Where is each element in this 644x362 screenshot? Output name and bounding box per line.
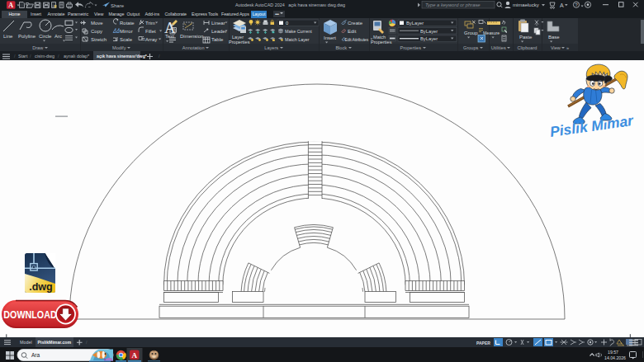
svg-text:Table: Table <box>211 37 224 42</box>
svg-text:Arc: Arc <box>54 34 62 39</box>
svg-text:Match Layer: Match Layer <box>285 37 310 42</box>
svg-text:Mirror: Mirror <box>120 29 133 34</box>
svg-text:Paste: Paste <box>519 35 533 40</box>
svg-text:Dimension: Dimension <box>180 34 203 39</box>
svg-text:Rotate: Rotate <box>120 21 135 26</box>
svg-text:?: ? <box>575 2 578 7</box>
svg-text:Array: Array <box>145 37 157 42</box>
svg-text:Move: Move <box>91 21 103 26</box>
svg-text:Linear: Linear <box>211 21 225 26</box>
svg-text:DOWNLOAD: DOWNLOAD <box>3 308 56 321</box>
svg-text:Fillet: Fillet <box>145 29 156 34</box>
svg-text:Share: Share <box>111 3 125 8</box>
svg-text:Stretch: Stretch <box>91 37 107 42</box>
svg-text:Scale: Scale <box>120 37 133 42</box>
svg-text:ByLayer: ByLayer <box>420 29 438 34</box>
svg-text:mimaelucky: mimaelucky <box>513 2 539 7</box>
svg-text:0: 0 <box>286 21 288 26</box>
svg-text:Make Current: Make Current <box>285 29 312 34</box>
svg-text:Circle: Circle <box>39 34 52 39</box>
svg-text:Line: Line <box>3 34 13 39</box>
svg-text:Type a keyword or phrase: Type a keyword or phrase <box>425 2 481 7</box>
svg-text:ByLayer: ByLayer <box>420 36 438 41</box>
svg-text:Copy: Copy <box>91 29 102 34</box>
svg-text:A: A <box>560 2 564 8</box>
svg-text:ByLayer: ByLayer <box>406 21 424 26</box>
svg-text:A: A <box>131 351 137 360</box>
svg-text:Insert: Insert <box>324 35 336 40</box>
svg-text:Ara: Ara <box>31 352 40 358</box>
svg-text:.dwg: .dwg <box>29 281 52 293</box>
svg-text:Polyline: Polyline <box>18 34 36 39</box>
svg-text:A: A <box>8 2 13 9</box>
svg-text:Measure: Measure <box>483 31 500 35</box>
svg-text:Create: Create <box>348 21 363 26</box>
svg-text:Properties: Properties <box>229 40 250 45</box>
svg-text:Leader: Leader <box>211 29 227 34</box>
svg-text:Base: Base <box>548 35 560 40</box>
svg-text:Group: Group <box>464 31 478 35</box>
svg-text:Trim: Trim <box>145 21 155 26</box>
svg-text:Edit: Edit <box>348 29 357 34</box>
svg-text:Pislik Mımar: Pislik Mımar <box>549 112 636 140</box>
svg-text:Edit Attributes: Edit Attributes <box>345 37 369 42</box>
svg-text:19:57: 19:57 <box>608 350 618 355</box>
svg-text:14.04.2026: 14.04.2026 <box>604 355 626 360</box>
svg-text:Text: Text <box>165 34 174 39</box>
